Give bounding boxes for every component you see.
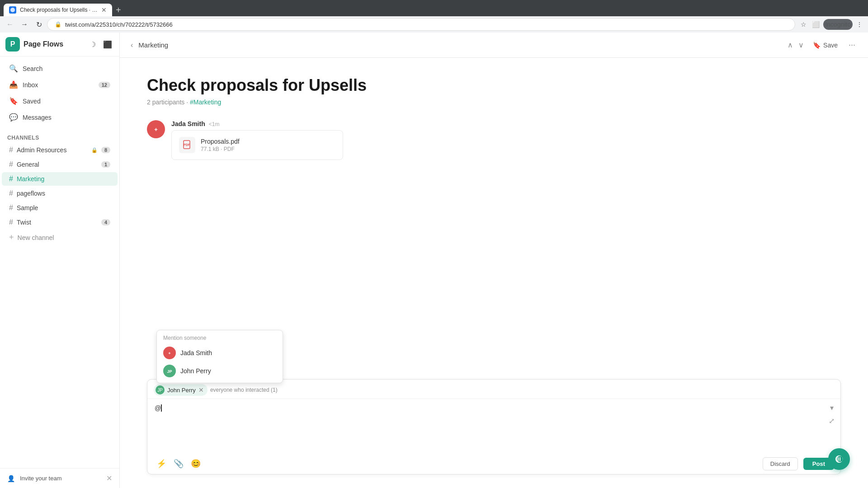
- sidebar-logo: P: [5, 37, 20, 52]
- john-name: John Perry: [180, 367, 211, 375]
- fab-button[interactable]: [828, 448, 850, 470]
- compose-expand-buttons: ▾ ⤢: [827, 402, 836, 427]
- save-label: Save: [823, 42, 838, 49]
- message-time: <1m: [209, 121, 220, 127]
- compose-area: Mention someone + Jada Smith JP John Per…: [147, 379, 841, 474]
- theme-toggle-icon[interactable]: ☽: [88, 38, 98, 51]
- back-arrow-icon[interactable]: ‹: [129, 39, 135, 51]
- sidebar-app-name: Page Flows: [24, 40, 84, 48]
- sidebar-channel-twist[interactable]: # Twist 4: [2, 216, 118, 229]
- person-icon: 👤: [7, 475, 16, 482]
- plus-icon: +: [9, 233, 14, 242]
- breadcrumb: Marketing: [138, 41, 168, 49]
- next-thread-button[interactable]: ∨: [797, 39, 806, 51]
- new-tab-button[interactable]: +: [112, 5, 125, 15]
- sidebar-item-search[interactable]: 🔍 Search: [2, 61, 118, 76]
- jada-avatar: +: [163, 347, 176, 359]
- svg-text:JP: JP: [167, 369, 172, 374]
- add-channel-label: New channel: [18, 234, 54, 241]
- tab-favicon: [9, 6, 16, 14]
- messages-icon: 💬: [9, 113, 18, 122]
- sidebar-header: P Page Flows ☽ ⬛: [0, 33, 119, 56]
- thread-meta: 2 participants · #Marketing: [147, 99, 841, 106]
- svg-text:+: +: [168, 351, 170, 356]
- search-icon: 🔍: [9, 64, 18, 73]
- invite-team-button[interactable]: 👤 Invite your team: [7, 475, 62, 482]
- sidebar-messages-label: Messages: [23, 114, 110, 121]
- layout-toggle-icon[interactable]: ⬛: [101, 38, 114, 51]
- topbar: ‹ Marketing ∧ ∨ 🔖 Save ···: [120, 33, 868, 58]
- lock-icon: 🔒: [91, 147, 98, 153]
- extensions-icon[interactable]: ⬜: [810, 19, 821, 30]
- mention-item-john[interactable]: JP John Perry: [160, 362, 280, 380]
- bookmark-icon: 🔖: [813, 42, 821, 49]
- tab-title: Check proposals for Upsells · Pa...: [20, 7, 98, 13]
- compose-toolbar: ⚡ 📎 😊 Discard Post: [147, 453, 840, 474]
- sidebar-channel-admin-resources[interactable]: # Admin Resources 🔒 8: [2, 143, 118, 157]
- twist-badge: 4: [101, 219, 110, 225]
- dismiss-invite-icon[interactable]: ✕: [106, 474, 112, 483]
- sidebar-item-saved[interactable]: 🔖 Saved: [2, 93, 118, 109]
- sidebar-nav: 🔍 Search 📥 Inbox 12 🔖 Saved 💬 Messages: [0, 56, 119, 129]
- sidebar: P Page Flows ☽ ⬛ 🔍 Search 📥 Inbox 12 🔖 S…: [0, 33, 120, 488]
- thread-title: Check proposals for Upsells: [147, 76, 841, 95]
- sidebar-channel-general[interactable]: # General 1: [2, 158, 118, 171]
- channel-sample-label: Sample: [17, 204, 110, 211]
- recipient-chip-john: JP John Perry ✕: [154, 384, 208, 396]
- attach-button[interactable]: 📎: [171, 457, 186, 470]
- url-text: twist.com/a/225310/ch/702222/t/5732666: [65, 21, 788, 28]
- hash-icon: #: [9, 175, 13, 183]
- save-button[interactable]: 🔖 Save: [809, 40, 841, 51]
- browser-chrome: Check proposals for Upsells · Pa... ✕ + …: [0, 0, 868, 33]
- url-bar[interactable]: 🔒 twist.com/a/225310/ch/702222/t/5732666: [47, 18, 795, 31]
- lightning-button[interactable]: ⚡: [154, 457, 169, 470]
- emoji-button[interactable]: 😊: [188, 457, 203, 470]
- discard-button[interactable]: Discard: [763, 457, 798, 470]
- channel-pageflows-label: pageflows: [17, 190, 110, 197]
- forward-button[interactable]: →: [18, 18, 31, 31]
- sidebar-footer: 👤 Invite your team ✕: [0, 468, 119, 488]
- participants-count: 2 participants: [147, 99, 184, 106]
- refresh-button[interactable]: ↻: [33, 18, 45, 31]
- admin-resources-badge: 8: [101, 147, 110, 153]
- prev-thread-button[interactable]: ∧: [786, 39, 795, 51]
- hash-icon: #: [9, 218, 13, 226]
- channel-twist-label: Twist: [17, 219, 98, 226]
- incognito-badge[interactable]: Incognito: [823, 19, 853, 30]
- saved-icon: 🔖: [9, 97, 18, 105]
- logo-letter: P: [10, 40, 15, 48]
- compose-input[interactable]: @: [147, 399, 840, 453]
- file-attachment[interactable]: PDF Proposals.pdf 77.1 kB · PDF: [171, 130, 343, 160]
- sidebar-header-icons: ☽ ⬛: [88, 38, 114, 51]
- file-meta: 77.1 kB · PDF: [201, 146, 240, 152]
- lock-icon: 🔒: [55, 21, 61, 28]
- channel-link[interactable]: #Marketing: [190, 99, 221, 106]
- back-button[interactable]: ←: [4, 18, 16, 31]
- tab-close-icon[interactable]: ✕: [101, 6, 107, 14]
- app-layout: P Page Flows ☽ ⬛ 🔍 Search 📥 Inbox 12 🔖 S…: [0, 33, 868, 488]
- recipient-chip-label: John Perry: [167, 387, 196, 394]
- bookmark-icon[interactable]: ☆: [799, 19, 808, 30]
- add-channel-button[interactable]: + New channel: [2, 230, 118, 245]
- sidebar-item-inbox[interactable]: 📥 Inbox 12: [2, 77, 118, 93]
- sidebar-channel-marketing[interactable]: # Marketing: [2, 172, 118, 186]
- hash-icon: #: [9, 146, 13, 154]
- recipient-chip-remove-icon[interactable]: ✕: [198, 387, 204, 393]
- minimize-button[interactable]: ▾: [827, 402, 836, 413]
- jada-name: Jada Smith: [180, 349, 212, 357]
- more-options-icon[interactable]: ···: [845, 38, 859, 52]
- sidebar-channel-pageflows[interactable]: # pageflows: [2, 187, 118, 200]
- sidebar-channel-sample[interactable]: # Sample: [2, 201, 118, 215]
- sidebar-item-messages[interactable]: 💬 Messages: [2, 109, 118, 125]
- mention-item-jada[interactable]: + Jada Smith: [160, 344, 280, 362]
- expand-button[interactable]: ⤢: [827, 415, 836, 427]
- browser-tab-active[interactable]: Check proposals for Upsells · Pa... ✕: [4, 4, 112, 16]
- browser-right-icons: ☆ ⬜ Incognito ⋮: [799, 19, 864, 30]
- recipient-chip-avatar: JP: [156, 385, 165, 394]
- mention-label: Mention someone: [160, 333, 280, 343]
- message-author: Jada Smith: [171, 120, 205, 127]
- channels-header: Channels: [0, 129, 119, 143]
- file-icon: PDF: [179, 137, 195, 153]
- channel-marketing-label: Marketing: [17, 175, 110, 183]
- menu-icon[interactable]: ⋮: [854, 19, 864, 30]
